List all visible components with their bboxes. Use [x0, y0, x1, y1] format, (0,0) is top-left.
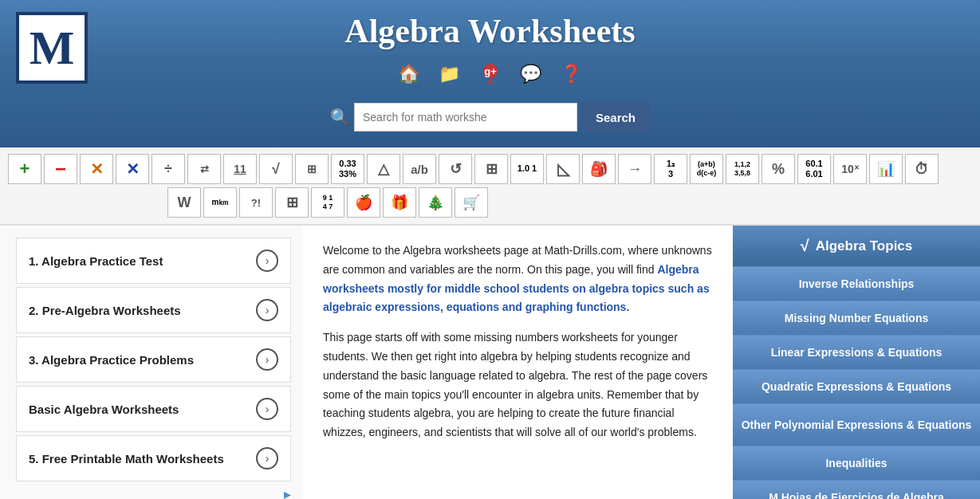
- sequence-tool[interactable]: 1,1,23,5,8: [726, 154, 759, 184]
- subtract-tool[interactable]: −: [44, 154, 77, 184]
- article: Welcome to the Algebra worksheets page a…: [303, 226, 733, 499]
- decimal2-tool[interactable]: 60.16.01: [797, 154, 831, 184]
- sqrt-tool[interactable]: √: [259, 154, 293, 184]
- search-icon: 🔍: [330, 108, 350, 127]
- sidebar-item-5[interactable]: 5. Free Printable Math Worksheets ›: [16, 435, 291, 481]
- measurement-tool[interactable]: mkm: [203, 187, 237, 218]
- logo-letter: M: [30, 21, 75, 76]
- search-button[interactable]: Search: [581, 103, 650, 132]
- header-icons: 🏠 📁 g+ 💬 ❓: [16, 60, 964, 88]
- sidebar-item-4[interactable]: Basic Algebra Worksheets ›: [16, 386, 291, 432]
- word-tool[interactable]: W: [167, 187, 201, 218]
- algebra-tool[interactable]: (a+b)d(c-e): [690, 154, 723, 184]
- sidebar-item-1-label: 1. Algebra Practice Test: [29, 254, 163, 268]
- gift-tool[interactable]: 🎁: [383, 187, 416, 218]
- logo[interactable]: M: [16, 12, 88, 84]
- right-sidebar: √ Algebra Topics Inverse Relationships M…: [733, 226, 980, 499]
- fraction2-tool[interactable]: a/b: [403, 154, 436, 184]
- integer-tool[interactable]: 11: [223, 154, 257, 184]
- right-sidebar-item-linear[interactable]: Linear Expressions & Equations: [733, 335, 980, 369]
- cart-tool[interactable]: 🛒: [455, 187, 488, 218]
- decimal-tool[interactable]: 0.3333%: [331, 154, 364, 184]
- angle-tool[interactable]: ◺: [546, 154, 580, 184]
- sqrt-icon: √: [801, 237, 809, 255]
- bag-tool[interactable]: 🎒: [582, 154, 616, 184]
- left-sidebar: 1. Algebra Practice Test › 2. Pre-Algebr…: [0, 226, 303, 499]
- multiply-x-tool[interactable]: ✕: [80, 154, 113, 184]
- sidebar-chevron-3: ›: [256, 348, 278, 371]
- number-line-tool[interactable]: 1.0 1: [510, 154, 544, 184]
- ad-arrow: ▸: [16, 485, 291, 499]
- sidebar-chevron-4: ›: [256, 398, 278, 420]
- search-bar: 🔍 Search: [16, 103, 964, 132]
- article-paragraph-1: Welcome to the Algebra worksheets page a…: [323, 242, 713, 317]
- tree-tool[interactable]: 🎄: [419, 187, 452, 218]
- right-sidebar-item-polynomial[interactable]: Other Polynomial Expressions & Equations: [733, 403, 980, 446]
- apple-tool[interactable]: 🍎: [347, 187, 380, 218]
- right-sidebar-item-inverse[interactable]: Inverse Relationships: [733, 266, 980, 301]
- power-tool[interactable]: 10ˣ: [833, 154, 867, 184]
- right-sidebar-item-inequalities[interactable]: Inequalities: [733, 446, 980, 480]
- sidebar-item-3[interactable]: 3. Algebra Practice Problems ›: [16, 336, 291, 383]
- right-sidebar-item-spanish[interactable]: M Hojas de Ejercicios de Algebra: [733, 480, 980, 499]
- sidebar-item-1[interactable]: 1. Algebra Practice Test ›: [16, 238, 291, 284]
- search-input[interactable]: [354, 103, 577, 132]
- arrow-tool[interactable]: →: [618, 154, 651, 184]
- svg-marker-2: [488, 78, 493, 84]
- grid-tool[interactable]: ⊞: [474, 154, 508, 184]
- sidebar-item-4-label: Basic Algebra Worksheets: [29, 403, 179, 416]
- toolbar-row-1: + − ✕ ✕ ÷ ⇄ 11 √ ⊞ 0.3333% △ a/b ↺ ⊞ 1.0…: [8, 154, 972, 184]
- toolbar: + − ✕ ✕ ÷ ⇄ 11 √ ⊞ 0.3333% △ a/b ↺ ⊞ 1.0…: [0, 147, 980, 226]
- rotate-tool[interactable]: ↺: [439, 154, 472, 184]
- table-tool[interactable]: ⊞: [275, 187, 309, 218]
- sidebar-chevron-5: ›: [256, 447, 278, 470]
- multiply-cross-tool[interactable]: ✕: [116, 154, 149, 184]
- home-icon[interactable]: 🏠: [395, 60, 423, 88]
- site-title: Algebra Worksheets: [16, 12, 964, 50]
- right-sidebar-item-quadratic[interactable]: Quadratic Expressions & Equations: [733, 369, 980, 403]
- sidebar-chevron-2: ›: [256, 299, 278, 321]
- sidebar-item-5-label: 5. Free Printable Math Worksheets: [29, 452, 224, 466]
- time-tool[interactable]: ⏱: [905, 154, 939, 184]
- fraction-tool[interactable]: ⇄: [187, 154, 221, 184]
- toolbar-row-2: W mkm ?! ⊞ 9 14 7 🍎 🎁 🎄 🛒: [8, 187, 972, 218]
- help-icon[interactable]: ❓: [557, 60, 586, 88]
- sidebar-item-3-label: 3. Algebra Practice Problems: [29, 353, 194, 367]
- folder-icon[interactable]: 📁: [435, 60, 464, 88]
- header: M Algebra Worksheets 🏠 📁 g+ 💬 ❓ 🔍 Search: [0, 0, 980, 147]
- sidebar-chevron-1: ›: [256, 250, 278, 272]
- number-grid-tool[interactable]: 9 14 7: [311, 187, 344, 218]
- exponent-tool[interactable]: ⊞: [295, 154, 329, 184]
- chart-tool[interactable]: 📊: [869, 154, 903, 184]
- subscript-tool[interactable]: 1₂3: [654, 154, 687, 184]
- article-paragraph-2: This page starts off with some missing n…: [323, 328, 713, 442]
- divide-tool[interactable]: ÷: [152, 154, 185, 184]
- percent-tool[interactable]: %: [762, 154, 795, 184]
- article-highlight: Algebra worksheets mostly for middle sch…: [323, 263, 710, 314]
- sidebar-item-2-label: 2. Pre-Algebra Worksheets: [29, 304, 181, 317]
- chat-icon[interactable]: 💬: [517, 60, 545, 88]
- geometry-tool[interactable]: △: [367, 154, 400, 184]
- add-tool[interactable]: +: [8, 154, 41, 184]
- right-sidebar-item-missing[interactable]: Missing Number Equations: [733, 301, 980, 335]
- main-content: 1. Algebra Practice Test › 2. Pre-Algebr…: [0, 226, 980, 499]
- sidebar-item-2[interactable]: 2. Pre-Algebra Worksheets ›: [16, 287, 291, 333]
- right-sidebar-title: √ Algebra Topics: [733, 226, 980, 266]
- right-sidebar-title-label: Algebra Topics: [816, 238, 913, 254]
- pin-icon[interactable]: g+: [476, 60, 505, 88]
- puzzle-tool[interactable]: ?!: [239, 187, 273, 218]
- svg-text:g+: g+: [484, 65, 497, 77]
